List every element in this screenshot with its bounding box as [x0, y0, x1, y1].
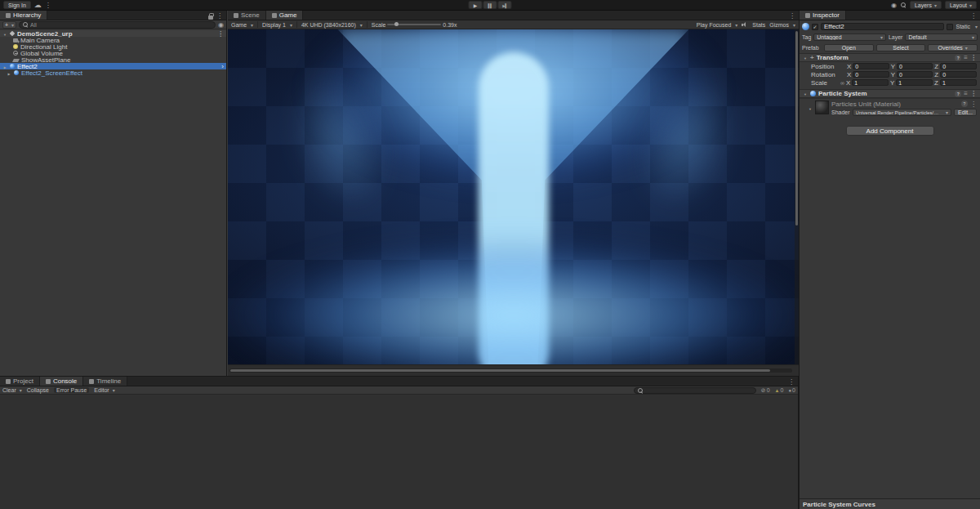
foldout-icon[interactable] — [803, 90, 808, 97]
help-icon[interactable] — [961, 100, 968, 107]
panel-menu-icon[interactable] — [970, 12, 977, 20]
material-menu-icon[interactable] — [970, 100, 977, 108]
prefab-open-arrow-icon[interactable] — [221, 63, 224, 70]
error-pause-toggle[interactable]: Error Pause — [54, 387, 89, 393]
tab-timeline[interactable]: Timeline — [83, 377, 127, 386]
presets-icon[interactable] — [964, 90, 968, 97]
slider-knob[interactable] — [394, 22, 399, 26]
console-search-input[interactable] — [644, 387, 753, 393]
mute-audio-icon[interactable] — [742, 21, 748, 28]
play-controls — [469, 1, 512, 9]
add-component-button[interactable]: Add Component — [846, 126, 934, 136]
particle-system-curves-bar[interactable]: Particle System Curves — [800, 498, 980, 509]
hierarchy-search — [19, 21, 216, 29]
scale-z-field[interactable] — [940, 79, 977, 86]
visibility-icon[interactable] — [891, 2, 897, 9]
add-object-button[interactable]: + — [2, 21, 16, 29]
cloud-services-icon[interactable] — [34, 1, 42, 9]
particle-system-component-header[interactable]: Particle System — [800, 89, 980, 98]
hierarchy-item-effect2-screeneffect[interactable]: Effect2_ScreenEffect — [0, 69, 226, 76]
editor-dropdown[interactable]: Editor — [94, 387, 114, 393]
clear-button[interactable]: Clear — [2, 387, 22, 393]
foldout-icon[interactable] — [803, 54, 808, 61]
gameobject-name-field[interactable] — [821, 23, 944, 30]
panel-menu-icon[interactable] — [216, 12, 223, 20]
material-preview-thumbnail[interactable] — [815, 100, 829, 114]
tab-game[interactable]: Game — [266, 11, 304, 20]
mesh-icon — [12, 59, 20, 62]
rotation-z-field[interactable] — [940, 71, 977, 78]
play-button[interactable] — [469, 1, 483, 9]
scale-y-field[interactable] — [896, 79, 933, 86]
scrollbar-thumb[interactable] — [795, 31, 798, 225]
position-x-field[interactable] — [853, 63, 889, 69]
shader-dropdown[interactable]: Universal Render Pipeline/Particles/Unli… — [853, 109, 952, 116]
layer-dropdown[interactable]: Default — [905, 33, 978, 41]
prefab-open-button[interactable]: Open — [824, 44, 874, 51]
scene-menu-icon[interactable] — [217, 30, 224, 38]
warning-count: 0 — [781, 387, 784, 393]
tab-hierarchy[interactable]: Hierarchy — [0, 11, 47, 20]
account-menu-icon[interactable] — [45, 2, 51, 9]
component-menu-icon[interactable] — [970, 90, 977, 97]
transform-component-header[interactable]: Transform — [800, 53, 980, 62]
scale-slider[interactable] — [387, 24, 441, 25]
display-dropdown[interactable]: Display 1 — [262, 22, 292, 28]
help-icon[interactable] — [955, 55, 961, 61]
scene-visibility-icon[interactable] — [218, 21, 224, 29]
panel-menu-icon[interactable] — [789, 12, 795, 20]
foldout-icon[interactable] — [2, 30, 7, 38]
static-checkbox[interactable] — [947, 24, 953, 30]
tag-dropdown[interactable]: Untagged — [813, 33, 886, 41]
component-menu-icon[interactable] — [970, 54, 977, 61]
horizontal-scrollbar[interactable] — [229, 368, 792, 373]
axis-z-label: Z — [934, 63, 938, 70]
collapse-toggle[interactable]: Collapse — [27, 387, 49, 393]
step-button[interactable] — [498, 1, 512, 9]
stats-button[interactable]: Stats — [752, 22, 765, 28]
gameobject-icon[interactable] — [802, 23, 809, 30]
axis-x-label: X — [847, 71, 851, 78]
error-count-toggle[interactable]: 0 — [761, 387, 770, 394]
tab-scene[interactable]: Scene — [228, 11, 266, 20]
lock-icon[interactable] — [208, 16, 213, 20]
gizmos-dropdown[interactable]: Gizmos — [769, 22, 795, 28]
layout-dropdown[interactable]: Layout — [945, 1, 977, 9]
hierarchy-search-input[interactable] — [30, 22, 212, 28]
search-icon[interactable] — [900, 2, 906, 8]
console-log-area[interactable] — [0, 395, 798, 509]
static-dropdown-icon[interactable] — [973, 23, 978, 30]
log-count-toggle[interactable]: 0 — [788, 387, 795, 393]
game-view-panel: Scene Game Game Display 1 4K UHD (3840x2… — [228, 11, 799, 376]
rotation-x-field[interactable] — [853, 71, 889, 78]
tab-inspector[interactable]: Inspector — [800, 11, 846, 20]
scale-x-field[interactable] — [852, 79, 889, 86]
shader-edit-button[interactable]: Edit... — [954, 109, 977, 116]
game-viewport[interactable] — [228, 29, 799, 364]
sign-in-button[interactable]: Sign In — [3, 1, 31, 9]
hierarchy-tree: DemoScene2_urp Main Camera Directional L… — [0, 29, 226, 376]
rotation-y-field[interactable] — [897, 71, 933, 78]
scrollbar-thumb[interactable] — [230, 369, 770, 372]
position-y-field[interactable] — [897, 63, 933, 69]
pause-button[interactable] — [483, 1, 497, 9]
play-focused-dropdown[interactable]: Play Focused — [697, 22, 737, 28]
active-checkbox[interactable] — [812, 24, 818, 30]
overrides-label: Overrides — [938, 45, 963, 51]
foldout-icon[interactable] — [7, 69, 11, 77]
warning-count-toggle[interactable]: 0 — [775, 387, 784, 393]
view-mode-dropdown[interactable]: Game — [231, 22, 253, 28]
prefab-select-button[interactable]: Select — [876, 44, 926, 51]
resolution-dropdown[interactable]: 4K UHD (3840x2160) — [301, 22, 363, 28]
position-z-field[interactable] — [940, 63, 977, 69]
constrain-proportions-icon[interactable] — [840, 79, 844, 87]
prefab-overrides-dropdown[interactable]: Overrides — [928, 44, 978, 51]
layers-dropdown[interactable]: Layers — [910, 1, 942, 9]
help-icon[interactable] — [955, 91, 961, 97]
tab-project[interactable]: Project — [0, 377, 40, 386]
material-foldout-icon[interactable] — [808, 105, 813, 116]
console-tab-label: Console — [53, 377, 77, 385]
tab-console[interactable]: Console — [40, 377, 83, 386]
presets-icon[interactable] — [964, 54, 968, 61]
panel-menu-icon[interactable] — [788, 378, 795, 386]
